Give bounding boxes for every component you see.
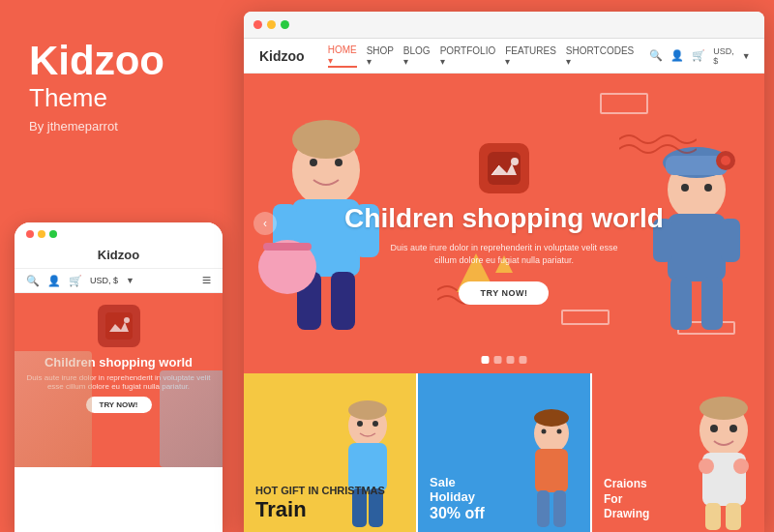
currency-arrow[interactable]: ▼ xyxy=(126,276,134,285)
mobile-hero: Children shopping world Duis aute irure … xyxy=(15,293,223,467)
pagination-dot-1[interactable] xyxy=(482,356,490,364)
card-2-label-bottom: 30% off xyxy=(430,505,579,522)
card-1-content: HOT GIFT IN CHRISTMAS Train xyxy=(255,485,404,522)
browser-chrome xyxy=(244,12,764,39)
nav-item-shop[interactable]: SHOP ▾ xyxy=(367,44,394,68)
deco-rect-1 xyxy=(600,93,648,114)
pagination-dot-2[interactable] xyxy=(494,356,502,364)
svg-point-35 xyxy=(372,421,378,427)
svg-point-24 xyxy=(704,184,712,192)
svg-point-42 xyxy=(557,429,562,434)
svg-rect-20 xyxy=(701,277,723,330)
hero-pagination xyxy=(482,356,527,364)
hero-title: Children shopping world xyxy=(344,203,664,234)
svg-point-40 xyxy=(534,409,569,427)
mobile-dot-red xyxy=(26,230,34,238)
product-card-train[interactable]: HOT GIFT IN CHRISTMAS Train xyxy=(244,373,418,532)
mobile-dot-green xyxy=(49,230,57,238)
browser-dot-min[interactable] xyxy=(267,20,276,29)
svg-point-49 xyxy=(729,425,737,432)
svg-point-11 xyxy=(335,159,342,166)
nav-item-features[interactable]: FEATURES ▾ xyxy=(505,44,556,68)
browser-dot-close[interactable] xyxy=(253,20,262,29)
hero-content: Children shopping world Duis aute irure … xyxy=(344,143,664,305)
mobile-dot-yellow xyxy=(38,230,45,238)
nav-icons: 🔍 👤 🛒 USD, $ ▼ xyxy=(649,46,750,66)
card-3-content: CraionsForDrawing xyxy=(604,477,753,522)
brand-subtitle: Theme xyxy=(29,83,218,113)
svg-point-23 xyxy=(681,184,689,192)
card-2-content: Sale Holiday 30% off xyxy=(430,475,579,522)
browser-panel: Kidzoo HOME ▾ SHOP ▾ BLOG ▾ PORTFOLIO ▾ … xyxy=(244,12,764,532)
currency-arrow[interactable]: ▼ xyxy=(742,51,751,61)
mobile-dots xyxy=(26,230,57,238)
svg-point-50 xyxy=(699,458,714,474)
site-logo: Kidzoo xyxy=(259,48,305,64)
cart-icon[interactable]: 🛒 xyxy=(69,275,82,287)
hamburger-icon[interactable]: ≡ xyxy=(202,272,211,289)
browser-dots xyxy=(253,20,289,29)
mobile-site-logo: Kidzoo xyxy=(15,244,223,269)
mobile-mockup: Kidzoo 🔍 👤 🛒 USD, $ ▼ ≡ Children shoppin… xyxy=(15,222,223,532)
deco-rect-2 xyxy=(561,310,610,325)
site-hero: Children shopping world Duis aute irure … xyxy=(244,74,764,373)
pagination-dot-4[interactable] xyxy=(520,356,527,364)
product-card-crayons[interactable]: CraionsForDrawing xyxy=(592,373,764,532)
browser-dot-max[interactable] xyxy=(281,20,289,29)
svg-point-26 xyxy=(721,156,730,165)
nav-item-blog[interactable]: BLOG ▾ xyxy=(403,44,431,68)
mobile-child-right xyxy=(160,370,223,467)
nav-item-home[interactable]: HOME ▾ xyxy=(328,44,357,68)
svg-point-1 xyxy=(124,317,130,323)
card-1-label-top: HOT GIFT IN CHRISTMAS xyxy=(255,485,404,497)
card-2-label-top: Sale xyxy=(430,475,579,490)
svg-point-51 xyxy=(733,458,749,474)
nav-item-portfolio[interactable]: PORTFOLIO ▾ xyxy=(440,44,496,68)
svg-point-28 xyxy=(511,158,519,165)
card-2-label-mid: Holiday xyxy=(430,489,579,505)
svg-rect-0 xyxy=(105,312,133,340)
brand-author: By jthemeparrot xyxy=(29,119,218,133)
currency-label: USD, $ xyxy=(713,46,734,66)
product-card-sale[interactable]: Sale Holiday 30% off xyxy=(418,373,592,532)
hero-logo-icon xyxy=(479,143,529,193)
nav-items: HOME ▾ SHOP ▾ BLOG ▾ PORTFOLIO ▾ FEATURE… xyxy=(328,44,635,68)
svg-rect-16 xyxy=(668,214,726,281)
site-nav: Kidzoo HOME ▾ SHOP ▾ BLOG ▾ PORTFOLIO ▾ … xyxy=(244,39,764,74)
currency-label: USD, $ xyxy=(90,276,118,285)
pagination-dot-3[interactable] xyxy=(507,356,515,364)
svg-point-33 xyxy=(348,400,387,420)
mobile-nav-icons: 🔍 👤 🛒 USD, $ ▼ ≡ xyxy=(15,269,223,293)
card-3-label: CraionsForDrawing xyxy=(604,477,753,522)
brand-title: Kidzoo xyxy=(29,39,218,83)
user-icon[interactable]: 👤 xyxy=(47,275,61,287)
mobile-cta-button[interactable]: TRY NOW! xyxy=(86,397,152,413)
svg-point-10 xyxy=(310,159,317,166)
mobile-logo-icon xyxy=(98,305,140,347)
svg-rect-14 xyxy=(263,243,312,251)
svg-point-41 xyxy=(542,429,547,434)
search-icon[interactable]: 🔍 xyxy=(26,275,40,287)
svg-rect-18 xyxy=(721,219,740,262)
nav-item-shortcodes[interactable]: SHORTCODES ▾ xyxy=(566,44,634,68)
mobile-child-left xyxy=(15,351,92,467)
svg-point-34 xyxy=(357,421,363,427)
cart-icon[interactable]: 🛒 xyxy=(692,49,705,62)
hero-description: Duis aute irure dolor in reprehenderit i… xyxy=(378,242,630,268)
svg-point-48 xyxy=(710,425,718,432)
search-icon[interactable]: 🔍 xyxy=(649,49,663,62)
hero-prev-button[interactable]: ‹ xyxy=(253,212,277,235)
mobile-chrome-bar xyxy=(15,222,223,244)
svg-rect-27 xyxy=(488,152,521,185)
left-panel: Kidzoo Theme By jthemeparrot Kidzoo 🔍 👤 … xyxy=(0,0,237,532)
card-1-label-bottom: Train xyxy=(255,497,404,522)
svg-rect-19 xyxy=(670,277,692,330)
user-icon[interactable]: 👤 xyxy=(670,49,684,62)
hero-cta-button[interactable]: TRY NOW! xyxy=(459,281,549,305)
products-section: HOT GIFT IN CHRISTMAS Train Sale xyxy=(244,373,764,532)
svg-point-47 xyxy=(700,397,748,420)
